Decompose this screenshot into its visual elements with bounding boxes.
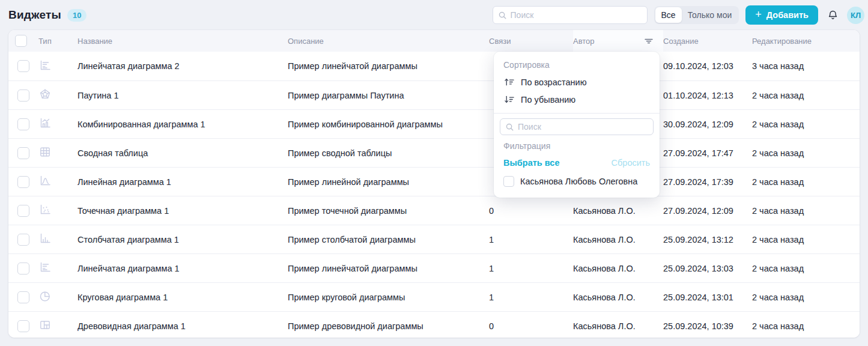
row-checkbox[interactable]	[17, 320, 29, 332]
row-checkbox[interactable]	[17, 147, 29, 159]
select-all-link[interactable]: Выбрать все	[503, 158, 559, 168]
column-header-links[interactable]: Связи	[489, 37, 573, 46]
filter-option-checkbox[interactable]	[503, 176, 514, 187]
widget-links-count: 1	[489, 235, 573, 244]
widget-created-at: 27.09.2024, 17:39	[663, 177, 752, 187]
widget-author: Касьянова Л.О.	[573, 264, 663, 273]
sort-descending-label: По убыванию	[521, 95, 575, 105]
widgets-table: Тип Название Описание Связи Автор Создан…	[8, 30, 860, 338]
sort-ascending-icon	[503, 77, 515, 87]
row-checkbox[interactable]	[17, 60, 29, 72]
plus-icon: +	[755, 9, 762, 20]
table-row[interactable]: Древовидная диаграмма 1 Пример древовидн…	[8, 311, 860, 338]
widget-name: Столбчатая диаграмма 1	[77, 235, 288, 244]
sort-ascending-label: По возрастанию	[521, 77, 587, 87]
row-checkbox[interactable]	[17, 263, 29, 275]
reset-link[interactable]: Сбросить	[612, 158, 650, 168]
widget-author: Касьянова Л.О.	[573, 206, 663, 216]
table-row[interactable]: Линейчатая диаграмма 2 Пример линейчатой…	[8, 52, 860, 80]
add-button-label: Добавить	[766, 10, 809, 20]
row-checkbox[interactable]	[17, 205, 29, 217]
column-header-author[interactable]: Автор	[573, 30, 663, 52]
widget-description: Пример сводной таблицы	[288, 148, 489, 158]
select-all-checkbox[interactable]	[15, 35, 27, 47]
row-checkbox[interactable]	[17, 291, 29, 303]
widget-links-count: 1	[489, 264, 573, 273]
widget-name: Точечная диаграмма 1	[77, 206, 288, 216]
widget-name: Круговая диаграмма 1	[77, 293, 288, 302]
widget-created-at: 27.09.2024, 12:09	[663, 206, 752, 216]
widget-name: Линейчатая диаграмма 2	[77, 61, 288, 71]
notifications-bell-icon[interactable]	[825, 7, 840, 23]
column-header-created[interactable]: Создание	[663, 37, 752, 46]
segment-only-mine-button[interactable]: Только мои	[682, 7, 738, 23]
global-search[interactable]	[493, 6, 648, 24]
user-avatar[interactable]: КЛ	[847, 7, 864, 24]
widget-edited-at: 2 часа назад	[752, 264, 860, 273]
column-header-description[interactable]: Описание	[288, 37, 489, 46]
search-input[interactable]	[511, 10, 642, 20]
column-header-name[interactable]: Название	[77, 37, 288, 46]
widget-links-count: 1	[489, 293, 573, 302]
radar-chart-icon	[38, 88, 52, 101]
widget-created-at: 25.09.2024, 13:12	[663, 235, 752, 244]
widget-created-at: 25.09.2024, 13:03	[663, 264, 752, 273]
filter-option-label: Касьянова Любовь Олеговна	[520, 177, 637, 186]
widgets-page: Виджеты 10 Все Только мои + Добавить КЛ …	[0, 0, 868, 346]
table-row[interactable]: Линейная диаграмма 1 Пример линейной диа…	[8, 167, 860, 196]
widget-edited-at: 2 часа назад	[752, 235, 860, 244]
column-header-type[interactable]: Тип	[38, 37, 77, 46]
widget-name: Линейная диаграмма 1	[77, 177, 288, 187]
bar-horizontal-chart-icon	[38, 59, 52, 72]
scatter-chart-icon	[38, 203, 52, 216]
filter-search[interactable]	[500, 118, 654, 135]
widget-name: Комбинированная диаграмма 1	[77, 120, 288, 129]
widget-created-at: 27.09.2024, 17:47	[663, 148, 752, 158]
widget-name: Древовидная диаграмма 1	[77, 321, 288, 331]
pie-chart-icon	[38, 290, 52, 303]
column-header-edited[interactable]: Редактирование	[752, 37, 860, 46]
table-row[interactable]: Паутина 1 Пример диаграммы Паутина 01.10…	[8, 80, 860, 109]
bar-vertical-chart-icon	[38, 232, 52, 245]
row-checkbox[interactable]	[17, 118, 29, 130]
widget-author: Касьянова Л.О.	[573, 293, 663, 302]
widget-description: Пример точечной диаграммы	[288, 206, 489, 216]
popover-divider	[494, 113, 660, 114]
line-chart-icon	[38, 174, 52, 187]
row-checkbox[interactable]	[17, 176, 29, 188]
widget-name: Сводная таблица	[77, 148, 288, 158]
filter-search-input[interactable]	[518, 122, 648, 132]
row-checkbox[interactable]	[17, 234, 29, 246]
sort-descending-option[interactable]: По убыванию	[494, 91, 660, 108]
widget-links-count: 0	[489, 206, 573, 216]
add-widget-button[interactable]: + Добавить	[745, 5, 818, 25]
table-header-row: Тип Название Описание Связи Автор Создан…	[8, 30, 860, 52]
widget-description: Пример линейной диаграммы	[288, 177, 489, 187]
widget-description: Пример столбчатой диаграммы	[288, 235, 489, 244]
widget-edited-at: 2 часа назад	[752, 321, 860, 331]
row-checkbox[interactable]	[17, 90, 29, 102]
widget-edited-at: 2 часа назад	[752, 177, 860, 187]
widget-edited-at: 2 часа назад	[752, 148, 860, 158]
author-header-label: Автор	[573, 37, 595, 46]
widget-name: Линейчатая диаграмма 1	[77, 264, 288, 273]
table-row[interactable]: Точечная диаграмма 1 Пример точечной диа…	[8, 196, 860, 225]
table-row[interactable]: Линейчатая диаграмма 1 Пример линейчатой…	[8, 253, 860, 282]
filter-option-author[interactable]: Касьянова Любовь Олеговна	[494, 174, 660, 189]
bar-horizontal-chart-icon	[38, 261, 52, 274]
combo-chart-icon	[38, 117, 52, 130]
search-icon	[498, 11, 507, 20]
sort-descending-icon	[503, 94, 515, 105]
table-row[interactable]: Столбчатая диаграмма 1 Пример столбчатой…	[8, 225, 860, 253]
widget-edited-at: 2 часа назад	[752, 293, 860, 302]
widget-description: Пример линейчатой диаграммы	[288, 61, 489, 71]
filter-icon[interactable]	[644, 37, 654, 45]
table-row[interactable]: Круговая диаграмма 1 Пример круговой диа…	[8, 282, 860, 311]
widget-name: Паутина 1	[77, 91, 288, 100]
widget-edited-at: 2 часа назад	[752, 206, 860, 216]
segment-all-button[interactable]: Все	[655, 7, 682, 23]
sort-ascending-option[interactable]: По возрастанию	[494, 73, 660, 91]
table-row[interactable]: Комбинированная диаграмма 1 Пример комби…	[8, 109, 860, 138]
widget-description: Пример диаграммы Паутина	[288, 91, 489, 100]
table-row[interactable]: Сводная таблица Пример сводной таблицы 2…	[8, 138, 860, 167]
